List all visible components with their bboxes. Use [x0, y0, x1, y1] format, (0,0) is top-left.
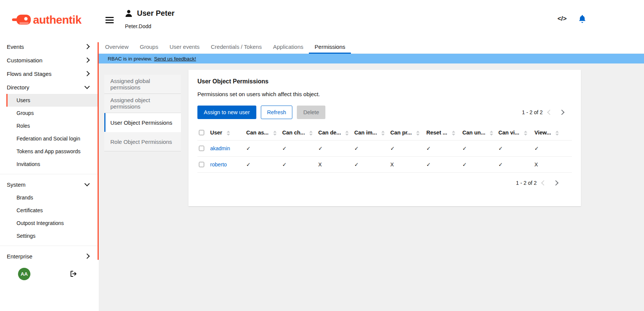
permission-subtabs: Assigned global permissions Assigned obj…	[104, 75, 181, 151]
select-all-checkbox[interactable]	[199, 130, 204, 135]
permission-cell: ✓	[318, 140, 354, 157]
sidebar-item-tokens[interactable]: Tokens and App passwords	[6, 145, 99, 158]
sidebar-item-users[interactable]: Users	[6, 94, 99, 107]
column-header-view: View...	[534, 125, 572, 140]
delete-button[interactable]: Delete	[297, 106, 325, 119]
api-code-icon[interactable]: </>	[557, 15, 567, 23]
sidebar-item-flows-and-stages[interactable]: Flows and Stages	[0, 67, 99, 80]
sidebar: authentik Events Customisation Flows and…	[0, 0, 99, 311]
pagination-next-button[interactable]	[557, 107, 567, 117]
sidebar-item-customisation[interactable]: Customisation	[0, 53, 99, 67]
rbac-preview-banner: RBAC is in preview. Send us feedback!	[99, 54, 644, 63]
sidebar-item-system[interactable]: System	[0, 178, 99, 191]
chevron-right-icon	[559, 110, 564, 115]
notifications-bell-icon[interactable]	[579, 15, 586, 23]
page-subtitle: Peter.Dodd	[125, 23, 151, 29]
sort-icon[interactable]	[381, 131, 385, 136]
sidebar-item-outpost-integrations[interactable]: Outpost Integrations	[6, 217, 99, 229]
sidebar-item-settings[interactable]: Settings	[6, 229, 99, 242]
chevron-right-icon	[84, 44, 90, 49]
tab-groups[interactable]: Groups	[134, 40, 164, 53]
column-header-can-preview: Can pr...	[390, 125, 426, 140]
sort-icon[interactable]	[227, 131, 230, 136]
sort-icon[interactable]	[524, 131, 527, 136]
sort-icon[interactable]	[309, 131, 313, 136]
permission-cell: X	[534, 157, 572, 173]
permission-cell: ✓	[390, 140, 426, 157]
chevron-right-icon	[553, 180, 558, 186]
authentik-logo[interactable]: authentik	[0, 0, 99, 40]
chevron-left-icon	[541, 180, 546, 186]
user-icon	[124, 9, 133, 20]
sidebar-item-events[interactable]: Events	[0, 40, 99, 53]
sort-icon[interactable]	[345, 131, 349, 136]
pagination-prev-button[interactable]	[539, 178, 549, 188]
chevron-right-icon	[84, 71, 90, 76]
row-checkbox[interactable]	[199, 146, 204, 151]
sign-out-icon[interactable]	[70, 270, 78, 277]
column-header-can-impersonate: Can im...	[354, 125, 390, 140]
pagination-next-button[interactable]	[551, 178, 561, 188]
refresh-button[interactable]: Refresh	[261, 106, 293, 119]
assign-to-new-user-button[interactable]: Assign to new user	[197, 106, 256, 119]
page-header: User Peter Peter.Dodd </>	[99, 0, 644, 40]
sidebar-item-label: Directory	[7, 84, 29, 91]
sidebar-item-brands[interactable]: Brands	[6, 191, 99, 204]
sidebar-item-certificates[interactable]: Certificates	[6, 204, 99, 217]
sidebar-nav: Events Customisation Flows and Stages Di…	[0, 40, 99, 262]
permission-cell: ✓	[282, 140, 318, 157]
tab-applications[interactable]: Applications	[267, 40, 309, 53]
permission-cell: ✓	[246, 140, 282, 157]
subtab-user-object-permissions[interactable]: User Object Permissions	[104, 113, 181, 132]
nav-divider	[0, 174, 99, 174]
tab-user-events[interactable]: User events	[164, 40, 205, 53]
panel-description: Permissions set on users which affect th…	[197, 91, 572, 97]
sort-icon[interactable]	[273, 131, 277, 136]
column-header-user: User	[210, 125, 246, 140]
chevron-left-icon	[547, 110, 552, 115]
sort-icon[interactable]	[555, 131, 559, 136]
chevron-right-icon	[84, 57, 90, 63]
subtab-assigned-object-permissions[interactable]: Assigned object permissions	[104, 94, 181, 113]
subtab-assigned-global-permissions[interactable]: Assigned global permissions	[104, 75, 181, 94]
column-header-reset: Reset ...	[426, 125, 462, 140]
pagination-label: 1 - 2 of 2	[522, 109, 543, 115]
sort-icon[interactable]	[452, 131, 455, 136]
permission-cell: ✓	[462, 140, 498, 157]
sidebar-item-roles[interactable]: Roles	[6, 119, 99, 132]
avatar[interactable]: AA	[18, 268, 30, 280]
toolbar: Assign to new user Refresh Delete 1 - 2 …	[197, 106, 572, 119]
user-link[interactable]: roberto	[210, 162, 227, 168]
user-link[interactable]: akadmin	[210, 145, 230, 151]
permission-cell: ✓	[354, 157, 390, 173]
table-row: akadmin ✓ ✓ ✓ ✓ ✓ ✓ ✓ ✓ ✓	[197, 140, 572, 157]
authentik-logo-icon	[11, 13, 32, 27]
column-header-can-assign: Can as...	[246, 125, 282, 140]
column-header-can-delete: Can de...	[318, 125, 354, 140]
sidebar-item-label: Customisation	[7, 57, 42, 63]
tab-overview[interactable]: Overview	[99, 40, 134, 53]
sidebar-item-label: Enterprise	[7, 253, 32, 260]
sidebar-item-federation[interactable]: Federation and Social login	[6, 132, 99, 145]
sidebar-item-groups[interactable]: Groups	[6, 107, 99, 119]
permission-cell: ✓	[354, 140, 390, 157]
tab-credentials-tokens[interactable]: Credentials / Tokens	[205, 40, 268, 53]
sidebar-item-directory[interactable]: Directory	[0, 80, 99, 94]
sort-icon[interactable]	[416, 131, 420, 136]
feedback-link[interactable]: Send us feedback!	[154, 56, 196, 62]
sidebar-item-invitations[interactable]: Invitations	[6, 158, 99, 171]
sidebar-item-enterprise[interactable]: Enterprise	[0, 249, 99, 263]
chevron-right-icon	[84, 254, 90, 259]
permission-cell: ✓	[282, 157, 318, 173]
table-row: roberto ✓ ✓ X ✓ X ✓ ✓ ✓ X	[197, 157, 572, 173]
row-checkbox[interactable]	[199, 162, 204, 167]
pagination-prev-button[interactable]	[545, 107, 555, 117]
sidebar-footer: AA	[0, 262, 99, 285]
permission-cell: X	[318, 157, 354, 173]
subtab-role-object-permissions[interactable]: Role Object Permissions	[104, 132, 181, 151]
sort-icon[interactable]	[490, 131, 493, 136]
column-header-can-change: Can ch...	[282, 125, 318, 140]
menu-toggle-button[interactable]	[105, 15, 114, 25]
pagination-top: 1 - 2 of 2	[522, 107, 572, 117]
tab-permissions[interactable]: Permissions	[309, 40, 351, 53]
